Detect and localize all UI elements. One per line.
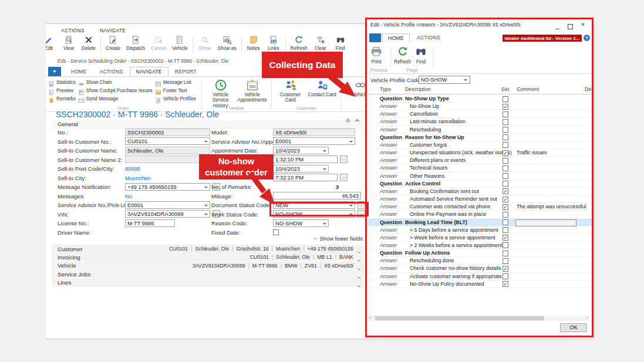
- vehicle-profiles-button[interactable]: Vehicle Profiles: [155, 94, 196, 103]
- print-button[interactable]: Print: [370, 46, 382, 65]
- answers-table-row[interactable]: AnswerUnexpected situations (sick, weath…: [367, 149, 592, 157]
- minimize-button[interactable]: [553, 21, 561, 28]
- show-as-button[interactable]: Show as: [215, 34, 240, 51]
- fasttab-lines[interactable]: Lines: [52, 279, 364, 287]
- menu-item-actions[interactable]: ACTIONS: [61, 28, 85, 33]
- -input[interactable]: 7:32:10 PM: [273, 174, 338, 181]
- answers-table-row[interactable]: Answer> Week before a service appointmen…: [367, 234, 592, 242]
- set-checkbox[interactable]: ✓: [503, 266, 508, 272]
- set-checkbox[interactable]: [503, 181, 508, 187]
- set-checkbox[interactable]: ✓: [503, 104, 508, 110]
- refresh-button[interactable]: Refresh: [288, 34, 311, 51]
- maximize-button[interactable]: [566, 21, 574, 28]
- find-button[interactable]: Find: [331, 34, 350, 51]
- comment-input[interactable]: [515, 219, 576, 226]
- dialog-tab-actions[interactable]: ACTIONS: [412, 33, 446, 42]
- message-list-button[interactable]: Message List: [155, 78, 196, 86]
- sell-to-customer-no-input[interactable]: CU0101: [125, 137, 210, 145]
- horizontal-scrollbar[interactable]: ‹ ›: [368, 316, 589, 321]
- set-checkbox[interactable]: [503, 111, 508, 117]
- column-header-deta[interactable]: Deta: [585, 86, 592, 92]
- set-checkbox[interactable]: [503, 173, 508, 179]
- tab-navigate[interactable]: NAVIGATE: [130, 67, 168, 77]
- set-checkbox[interactable]: [503, 127, 508, 133]
- statistics-button[interactable]: Statistics: [48, 78, 76, 86]
- scrollbar-thumb[interactable]: [375, 316, 544, 320]
- messages-link[interactable]: No: [125, 193, 132, 201]
- chevron-down-icon[interactable]: [356, 263, 362, 268]
- answers-table-row[interactable]: AnswerOnline Pre-Payment was in place: [367, 211, 592, 218]
- answers-table-row[interactable]: AnswerCustomer forgot: [367, 141, 592, 149]
- help-icon[interactable]: ?: [584, 35, 590, 41]
- refresh-button[interactable]: Refresh: [394, 46, 411, 65]
- answers-table-row[interactable]: AnswerCancellation: [367, 110, 592, 118]
- menu-item-navigate[interactable]: NAVIGATE: [100, 28, 126, 33]
- show-chain-button[interactable]: Show Chain: [78, 78, 153, 86]
- chevron-up-icon[interactable]: [354, 116, 360, 122]
- set-checkbox[interactable]: [503, 119, 508, 125]
- vehicle-profile-code-select[interactable]: NO-SHOW: [419, 76, 470, 84]
- service-advisor-no-pick-up-input[interactable]: E0001: [125, 201, 210, 209]
- set-checkbox[interactable]: [503, 165, 508, 171]
- edit-button[interactable]: Edit: [46, 34, 59, 51]
- license-no-input[interactable]: M-TT 9986: [125, 219, 175, 227]
- reason-code-input[interactable]: NO-SHOW: [273, 219, 329, 227]
- dialog-tab-home[interactable]: HOME: [382, 33, 410, 43]
- appointment-date-input[interactable]: 10/4/2023: [273, 147, 329, 154]
- set-checkbox[interactable]: ✓: [503, 235, 508, 241]
- preview-button[interactable]: Preview: [48, 86, 76, 94]
- clear-button[interactable]: Clear: [311, 34, 331, 51]
- contact-card-button[interactable]: Contact Card: [306, 78, 338, 97]
- chevron-down-icon[interactable]: [356, 272, 362, 276]
- answers-table-row[interactable]: QuestionNo-Show Up Type: [367, 95, 592, 103]
- column-header-comment[interactable]: Comment: [517, 86, 539, 92]
- answers-table-row[interactable]: AnswerCustomer was contacted via phone✓T…: [367, 203, 592, 211]
- delete-button[interactable]: Delete: [79, 34, 99, 51]
- mileage-input[interactable]: 46,543: [273, 192, 361, 199]
- tab-report[interactable]: REPORT: [168, 67, 203, 76]
- set-checkbox[interactable]: ✓: [503, 150, 508, 156]
- answers-table-row[interactable]: AnswerRescheduling done: [367, 257, 592, 265]
- answers-table-row[interactable]: AnswerTechnical issues: [367, 164, 592, 172]
- set-checkbox[interactable]: ✓: [503, 188, 508, 194]
- answers-table-row[interactable]: AnswerOther Reasons: [367, 172, 592, 180]
- ellipsis-button[interactable]: ...: [340, 174, 348, 181]
- answers-table-row[interactable]: AnswerBooking Confirmation sent out✓: [367, 188, 592, 195]
- set-checkbox[interactable]: [503, 258, 508, 264]
- answers-table-row[interactable]: AnswerDifferent plans or events: [367, 157, 592, 164]
- chevron-down-icon[interactable]: [356, 246, 362, 251]
- find-button[interactable]: Find: [415, 46, 427, 65]
- answers-table-row[interactable]: AnswerLast-minute cancellation: [367, 118, 592, 126]
- app-menu-button[interactable]: [48, 67, 61, 76]
- set-checkbox[interactable]: ✓: [503, 281, 508, 287]
- set-checkbox[interactable]: [503, 158, 508, 164]
- remarks-button[interactable]: Remarks: [48, 94, 76, 103]
- vehicle-service-history-button[interactable]: Vehicle Service History: [205, 78, 237, 109]
- tab-actions[interactable]: ACTIONS: [93, 67, 130, 76]
- set-checkbox[interactable]: [503, 219, 508, 225]
- dialog-app-menu-button[interactable]: [369, 33, 381, 42]
- sell-to-post-code-city-link[interactable]: 80995: [125, 165, 140, 173]
- footer-text-button[interactable]: Footer Text: [155, 86, 196, 94]
- close-button[interactable]: ✕: [579, 21, 587, 28]
- sell-to-city-link[interactable]: Muenchen: [125, 175, 151, 182]
- set-checkbox[interactable]: [503, 212, 508, 218]
- set-checkbox[interactable]: [503, 227, 508, 233]
- tab-home[interactable]: HOME: [65, 67, 93, 76]
- set-checkbox[interactable]: [503, 251, 508, 256]
- fasttab-service-jobs[interactable]: Service Jobs: [52, 270, 364, 278]
- answers-table-row[interactable]: QuestionFollow Up Actions: [367, 249, 592, 257]
- column-header-description[interactable]: Description: [405, 86, 431, 92]
- customer-card-button[interactable]: Customer Card: [275, 78, 306, 103]
- ellipsis-button[interactable]: ...: [340, 155, 348, 163]
- set-checkbox[interactable]: ✓: [503, 197, 508, 202]
- set-checkbox[interactable]: ✓: [503, 204, 508, 210]
- vehicle-appointments-button[interactable]: 365Vehicle Appointments: [237, 78, 268, 103]
- fasttab-customer[interactable]: CustomerCU0101|Schleuder, Ole|Grashofstr…: [52, 245, 364, 253]
- general-fasttab-header[interactable]: General: [52, 120, 363, 128]
- answers-table-row[interactable]: AnswerActivate customer warning if appro…: [367, 273, 592, 280]
- send-message-button[interactable]: Send Message: [78, 94, 153, 103]
- gear-icon[interactable]: [345, 116, 351, 122]
- show-fewer-fields-link[interactable]: Show fewer fields: [46, 235, 363, 242]
- answers-table-row[interactable]: QuestionBooking Lead Time (BLT): [367, 219, 592, 226]
